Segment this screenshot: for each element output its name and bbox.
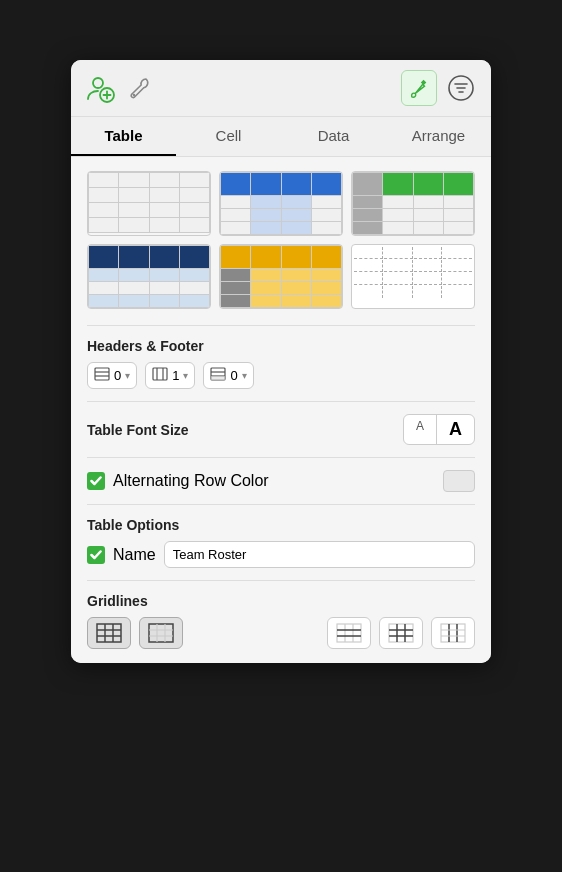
headers-footer-label: Headers & Footer [87,338,475,354]
wrench-icon[interactable] [127,75,153,101]
gridlines-outer-border[interactable] [139,617,183,649]
tab-data[interactable]: Data [281,117,386,156]
style-plain[interactable] [87,171,211,236]
gridlines-all-borders[interactable] [87,617,131,649]
alternating-row-row: Alternating Row Color [87,470,475,492]
style-grid [87,171,475,309]
font-increase-button[interactable]: A [437,415,474,444]
gridlines-row [87,617,475,649]
col-headers-value: 1 [172,368,179,383]
table-name-label: Name [113,546,156,564]
svg-point-0 [93,78,103,88]
table-cols-icon [152,367,168,384]
gridlines-inner-v[interactable] [431,617,475,649]
style-blue-header[interactable] [219,171,343,236]
style-dark-blue[interactable] [87,244,211,309]
gridlines-inner-both[interactable] [379,617,423,649]
tab-table[interactable]: Table [71,117,176,156]
style-yellow[interactable] [219,244,343,309]
panel-content: Headers & Footer 0 ▾ [71,157,491,663]
font-size-buttons: A A [403,414,475,445]
svg-rect-29 [337,624,361,642]
footer-rows-chevron: ▾ [242,370,247,381]
divider-5 [87,580,475,581]
divider-4 [87,504,475,505]
svg-rect-39 [441,624,465,642]
svg-point-4 [133,94,135,96]
footer-rows-select[interactable]: 0 ▾ [203,362,253,389]
table-name-input[interactable] [164,541,475,568]
footer-rows-value: 0 [230,368,237,383]
toolbar-left [85,73,153,103]
filter-button[interactable] [445,72,477,104]
svg-rect-24 [149,624,173,642]
table-rows-icon [94,367,110,384]
divider-1 [87,325,475,326]
gridlines-label: Gridlines [87,593,475,609]
font-size-label: Table Font Size [87,422,189,438]
gridlines-inner-h[interactable] [327,617,371,649]
row-headers-value: 0 [114,368,121,383]
tab-arrange[interactable]: Arrange [386,117,491,156]
col-headers-select[interactable]: 1 ▾ [145,362,195,389]
svg-rect-19 [97,624,121,642]
table-options-label: Table Options [87,517,475,533]
svg-rect-9 [95,368,109,380]
svg-rect-12 [153,368,167,380]
toolbar-right [401,70,477,106]
toolbar [71,60,491,117]
add-person-icon[interactable] [85,73,115,103]
row-headers-select[interactable]: 0 ▾ [87,362,137,389]
format-button[interactable] [401,70,437,106]
table-footer-icon [210,367,226,384]
tab-cell[interactable]: Cell [176,117,281,156]
row-headers-chevron: ▾ [125,370,130,381]
svg-rect-18 [211,376,225,380]
alternating-row-checkbox[interactable] [87,472,105,490]
font-size-row: Table Font Size A A [87,414,475,445]
headers-footer-row: 0 ▾ 1 ▾ [87,362,475,389]
style-minimal[interactable] [351,244,475,309]
table-options-row: Name [87,541,475,568]
tab-bar: Table Cell Data Arrange [71,117,491,157]
alternating-row-color-swatch[interactable] [443,470,475,492]
col-headers-chevron: ▾ [183,370,188,381]
table-name-checkbox[interactable] [87,546,105,564]
style-green-header[interactable] [351,171,475,236]
svg-rect-34 [389,624,413,642]
divider-2 [87,401,475,402]
divider-3 [87,457,475,458]
font-decrease-button[interactable]: A [404,415,437,444]
alternating-row-label: Alternating Row Color [113,472,269,490]
